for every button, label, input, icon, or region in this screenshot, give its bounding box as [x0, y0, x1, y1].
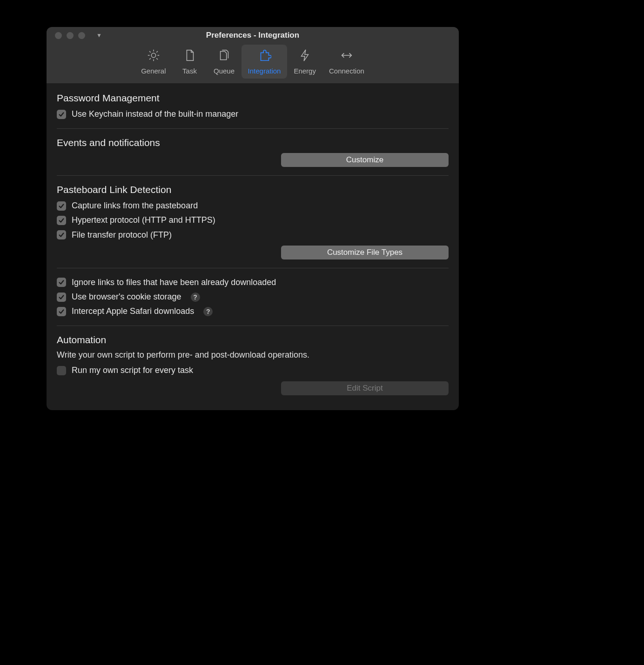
ignore-downloaded-row: Ignore links to files that have been alr… [57, 277, 449, 288]
ftp-label: File transfer protocol (FTP) [72, 229, 172, 241]
window-title: Preferences - Integration [47, 31, 459, 40]
titlebar-top: ▼ Preferences - Integration [47, 27, 459, 44]
use-keychain-checkbox[interactable] [57, 110, 66, 119]
ignore-downloaded-label: Ignore links to files that have been alr… [72, 277, 276, 288]
toolbar: General Task Queue [47, 45, 459, 79]
use-keychain-row: Use Keychain instead of the built-in man… [57, 108, 449, 120]
tab-label: General [141, 67, 166, 75]
tab-integration[interactable]: Integration [242, 45, 288, 79]
divider [57, 128, 449, 129]
run-script-row: Run my own script for every task [57, 365, 449, 376]
automation-desc: Write your own script to perform pre- an… [57, 350, 449, 360]
bolt-icon [298, 48, 312, 64]
customize-events-button[interactable]: Customize [281, 153, 449, 167]
documents-icon [217, 48, 231, 64]
safari-intercept-label: Intercept Apple Safari downloads [72, 306, 194, 317]
traffic-lights: ▼ [47, 32, 102, 39]
safari-help-icon[interactable]: ? [203, 307, 213, 316]
automation-title: Automation [57, 334, 449, 346]
http-checkbox[interactable] [57, 216, 66, 225]
use-keychain-label: Use Keychain instead of the built-in man… [72, 108, 238, 120]
cookie-storage-label: Use browser's cookie storage [72, 291, 181, 303]
zoom-icon[interactable] [78, 32, 85, 39]
gear-icon [147, 48, 161, 64]
http-label: Hypertext protocol (HTTP and HTTPS) [72, 214, 215, 226]
tab-general[interactable]: General [134, 45, 172, 79]
divider [57, 326, 449, 326]
events-button-row: Customize [57, 153, 449, 167]
tab-label: Task [182, 67, 197, 75]
run-script-checkbox[interactable] [57, 366, 66, 375]
tab-task[interactable]: Task [173, 45, 207, 79]
titlebar: ▼ Preferences - Integration General [47, 27, 459, 83]
document-icon [183, 48, 197, 64]
capture-links-label: Capture links from the pasteboard [72, 200, 198, 212]
capture-links-checkbox[interactable] [57, 201, 66, 211]
password-management-title: Password Management [57, 93, 449, 104]
file-types-button-row: Customize File Types [57, 246, 449, 259]
cookie-storage-row: Use browser's cookie storage ? [57, 291, 449, 303]
http-row: Hypertext protocol (HTTP and HTTPS) [57, 214, 449, 226]
puzzle-icon [257, 48, 271, 64]
tab-label: Queue [214, 67, 235, 75]
close-icon[interactable] [55, 32, 62, 39]
tab-energy[interactable]: Energy [287, 45, 322, 79]
edit-script-button-row: Edit Script [57, 381, 449, 395]
capture-links-row: Capture links from the pasteboard [57, 200, 449, 212]
ftp-row: File transfer protocol (FTP) [57, 229, 449, 241]
tab-label: Connection [329, 67, 364, 75]
divider [57, 268, 449, 268]
svg-point-0 [151, 53, 155, 57]
arrows-icon [340, 48, 354, 64]
ignore-downloaded-checkbox[interactable] [57, 278, 66, 287]
tab-queue[interactable]: Queue [207, 45, 242, 79]
tab-label: Energy [294, 67, 316, 75]
content-pane: Password Management Use Keychain instead… [47, 83, 459, 410]
tab-connection[interactable]: Connection [322, 45, 371, 79]
customize-file-types-button[interactable]: Customize File Types [281, 246, 449, 259]
preferences-window: ▼ Preferences - Integration General [47, 27, 459, 410]
ftp-checkbox[interactable] [57, 230, 66, 239]
divider [57, 175, 449, 176]
run-script-label: Run my own script for every task [72, 365, 193, 376]
cookie-help-icon[interactable]: ? [191, 293, 200, 302]
events-title: Events and notifications [57, 137, 449, 148]
safari-intercept-checkbox[interactable] [57, 307, 66, 316]
chevron-down-icon[interactable]: ▼ [96, 33, 102, 38]
cookie-storage-checkbox[interactable] [57, 293, 66, 302]
pasteboard-title: Pasteboard Link Detection [57, 184, 449, 195]
minimize-icon[interactable] [67, 32, 74, 39]
edit-script-button[interactable]: Edit Script [281, 381, 449, 395]
tab-label: Integration [248, 67, 281, 75]
safari-intercept-row: Intercept Apple Safari downloads ? [57, 306, 449, 317]
